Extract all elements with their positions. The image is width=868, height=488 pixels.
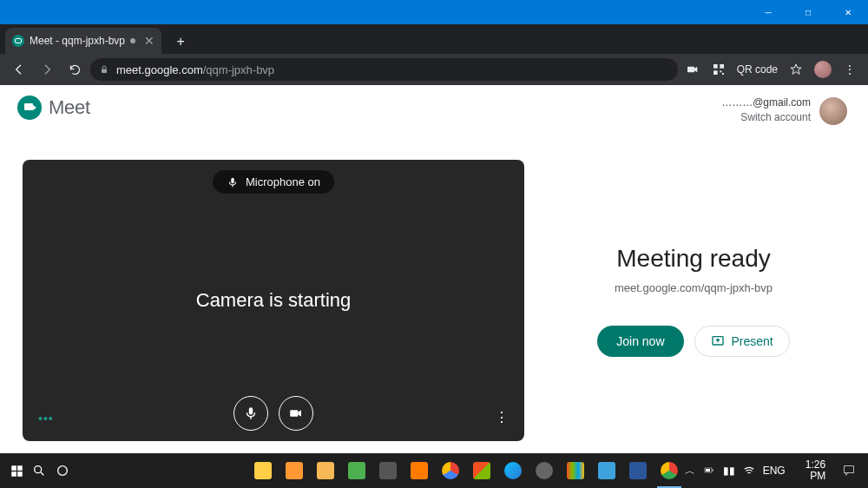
svg-rect-3 <box>720 64 724 69</box>
meeting-title: Meeting ready <box>616 245 770 273</box>
qr-extension-label[interactable]: QR code <box>733 63 781 76</box>
qr-extension-icon[interactable] <box>707 58 730 81</box>
account-email: ………@gmail.com <box>721 96 811 110</box>
svg-rect-7 <box>290 410 298 417</box>
mic-status-text: Microphone on <box>246 175 320 188</box>
account-area: ………@gmail.com Switch account <box>721 96 847 125</box>
url-path: /qqm-jpxh-bvp <box>203 63 274 76</box>
taskbar-app-mail[interactable] <box>310 453 341 488</box>
windows-titlebar: ─ □ ✕ <box>0 0 868 24</box>
svg-rect-4 <box>713 70 718 75</box>
address-bar[interactable]: meet.google.com/qqm-jpxh-bvp <box>90 58 678 81</box>
svg-rect-18 <box>844 466 853 473</box>
tray-wifi-icon[interactable] <box>742 465 756 477</box>
join-now-button[interactable]: Join now <box>597 326 683 357</box>
svg-rect-2 <box>713 64 718 69</box>
svg-rect-9 <box>11 465 16 471</box>
meet-favicon <box>12 35 24 47</box>
taskbar-app-explorer[interactable] <box>247 453 279 488</box>
hangouts-meet-icon <box>17 96 42 120</box>
svg-rect-10 <box>17 465 23 471</box>
forward-button[interactable] <box>35 57 59 82</box>
svg-rect-17 <box>706 469 710 472</box>
chrome-profile-avatar[interactable] <box>814 61 832 78</box>
switch-account-link[interactable]: Switch account <box>721 110 811 125</box>
present-icon <box>711 334 725 348</box>
taskbar-app-green[interactable] <box>341 453 372 488</box>
tab-close-button[interactable]: ✕ <box>144 34 155 48</box>
taskbar-app-chrome[interactable] <box>654 453 685 488</box>
chrome-menu-button[interactable]: ⋮ <box>838 63 861 76</box>
new-tab-button[interactable]: + <box>168 30 193 54</box>
lock-icon <box>99 64 109 75</box>
mic-status-pill: Microphone on <box>213 170 334 194</box>
tab-title: Meet - qqm-jpxh-bvp <box>30 35 125 47</box>
bookmark-star-icon[interactable] <box>785 58 807 81</box>
page-content: Meet ………@gmail.com Switch account Microp… <box>0 85 868 453</box>
svg-rect-0 <box>102 69 107 74</box>
present-label: Present <box>732 334 773 348</box>
meet-header: Meet ………@gmail.com Switch account <box>0 85 868 125</box>
join-panel: Meeting ready meet.google.com/qqm-jpxh-b… <box>542 160 845 441</box>
meeting-url: meet.google.com/qqm-jpxh-bvp <box>615 281 773 294</box>
taskbar-app-edge[interactable] <box>497 453 529 488</box>
meet-logo-text: Meet <box>49 96 90 119</box>
camera-permission-icon[interactable] <box>681 58 704 81</box>
cortana-button[interactable] <box>50 453 73 488</box>
mic-icon <box>227 176 239 188</box>
taskbar-app-photos[interactable] <box>591 453 622 488</box>
svg-point-13 <box>35 466 42 473</box>
action-center-button[interactable] <box>838 464 859 478</box>
start-button[interactable] <box>5 453 28 488</box>
window-maximize-button[interactable]: □ <box>788 0 828 24</box>
svg-rect-5 <box>720 70 721 72</box>
taskbar-app-word[interactable] <box>622 453 654 488</box>
back-button[interactable] <box>7 57 31 82</box>
tray-chevron-icon[interactable]: ︿ <box>685 464 695 478</box>
windows-taskbar: ︿ ▮▮ ENG 1:26 PM <box>0 453 868 488</box>
account-avatar[interactable] <box>819 97 847 125</box>
video-preview: Microphone on Camera is starting ••• ⋮ <box>23 160 524 441</box>
toggle-mic-button[interactable] <box>233 396 268 431</box>
taskbar-app-settings[interactable] <box>372 453 404 488</box>
svg-rect-6 <box>722 73 724 75</box>
taskbar-app-chrome2[interactable] <box>435 453 466 488</box>
preview-controls <box>23 396 524 431</box>
taskbar-app-volume[interactable] <box>529 453 560 488</box>
url-domain: meet.google.com <box>116 63 203 76</box>
tab-loading-indicator <box>130 38 135 43</box>
tray-network-icon[interactable]: ▮▮ <box>723 465 735 477</box>
meet-logo[interactable]: Meet <box>17 96 90 120</box>
present-button[interactable]: Present <box>694 326 790 357</box>
browser-toolbar: meet.google.com/qqm-jpxh-bvp QR code ⋮ <box>0 54 868 85</box>
taskbar-apps <box>247 453 685 488</box>
svg-rect-1 <box>687 67 694 73</box>
browser-tab[interactable]: Meet - qqm-jpxh-bvp ✕ <box>5 28 161 54</box>
toggle-camera-button[interactable] <box>279 396 313 431</box>
tray-language[interactable]: ENG <box>763 465 786 477</box>
svg-rect-12 <box>17 472 23 477</box>
system-tray: ︿ ▮▮ ENG 1:26 PM <box>685 459 863 482</box>
taskbar-app-store[interactable] <box>279 453 310 488</box>
tray-battery-icon[interactable] <box>702 465 716 476</box>
search-button[interactable] <box>28 453 50 488</box>
taskbar-app-ms[interactable] <box>466 453 497 488</box>
browser-tabstrip: Meet - qqm-jpxh-bvp ✕ + <box>0 24 868 54</box>
reload-button[interactable] <box>62 57 87 82</box>
svg-rect-16 <box>712 470 713 472</box>
taskbar-app-vlc[interactable] <box>404 453 435 488</box>
tray-clock[interactable]: 1:26 PM <box>792 459 832 482</box>
taskbar-app-office[interactable] <box>560 453 591 488</box>
preview-more-options[interactable]: ⋮ <box>495 409 509 425</box>
window-minimize-button[interactable]: ─ <box>748 0 788 24</box>
camera-status-text: Camera is starting <box>196 289 352 312</box>
window-close-button[interactable]: ✕ <box>828 0 868 24</box>
svg-rect-11 <box>11 472 16 477</box>
svg-point-14 <box>57 466 67 476</box>
